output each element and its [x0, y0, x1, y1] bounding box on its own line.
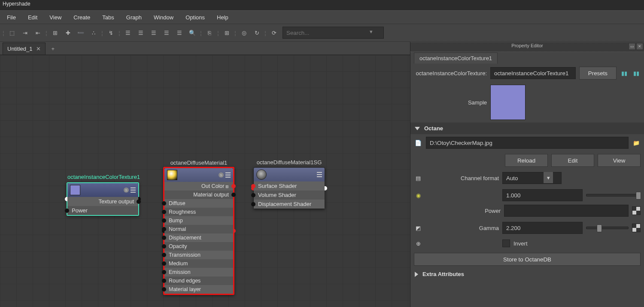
- node-instance-color-texture[interactable]: octaneInstanceColorTexture1 S Texture ou…: [67, 182, 139, 216]
- node-row[interactable]: Texture output: [67, 197, 138, 206]
- file-icon[interactable]: 📄: [414, 138, 422, 147]
- node-row[interactable]: Medium: [164, 259, 233, 268]
- tool-layout4-icon[interactable]: ☰: [161, 27, 173, 39]
- node-shading-group[interactable]: octaneDiffuseMaterial1SG Surface Shader …: [253, 167, 325, 209]
- close-icon[interactable]: ✕: [636, 43, 643, 50]
- node-header[interactable]: [254, 168, 325, 181]
- solo-icon[interactable]: S: [124, 187, 129, 193]
- node-row[interactable]: Material layer: [164, 285, 233, 294]
- tool-frame-in-icon[interactable]: ⇥: [19, 27, 31, 39]
- menu-window[interactable]: Window: [148, 12, 179, 23]
- node-header[interactable]: S: [164, 168, 233, 182]
- invert-checkbox[interactable]: [502, 239, 510, 247]
- port[interactable]: [65, 209, 69, 213]
- store-button[interactable]: Store to OctaneDB: [414, 253, 641, 266]
- menu-icon[interactable]: [317, 172, 322, 177]
- checker-icon[interactable]: [632, 206, 641, 215]
- chevron-down-icon[interactable]: ▾: [544, 172, 553, 183]
- node-row[interactable]: Normal: [164, 225, 233, 233]
- port[interactable]: [162, 244, 166, 249]
- power-value-input[interactable]: [502, 189, 583, 201]
- port[interactable]: [162, 261, 166, 266]
- tool-sync-icon[interactable]: ⟳: [268, 27, 280, 39]
- port[interactable]: [251, 193, 255, 197]
- checker-icon[interactable]: [632, 224, 641, 232]
- port[interactable]: [162, 210, 166, 214]
- show-icon[interactable]: ▮▮: [620, 69, 629, 77]
- node-row[interactable]: Volume Shader: [254, 190, 325, 200]
- node-row[interactable]: Round edges: [164, 276, 233, 285]
- menu-tabs[interactable]: Tabs: [96, 12, 120, 23]
- section-extra[interactable]: Extra Attributes: [410, 268, 644, 280]
- node-row[interactable]: Bump: [164, 216, 233, 225]
- menu-options[interactable]: Options: [179, 12, 211, 23]
- close-icon[interactable]: ✕: [36, 46, 41, 52]
- channel-icon[interactable]: ▤: [414, 174, 422, 182]
- node-row[interactable]: Displacement: [164, 233, 233, 242]
- node-header[interactable]: S: [67, 183, 138, 197]
- node-canvas[interactable]: octaneInstanceColorTexture1 S Texture ou…: [0, 55, 410, 307]
- port[interactable]: [162, 279, 166, 283]
- tool-remove-icon[interactable]: ➖: [75, 27, 87, 39]
- hide-icon[interactable]: ▮▮: [632, 69, 641, 77]
- power-slider[interactable]: [586, 194, 641, 196]
- gamma-slider[interactable]: [586, 227, 629, 229]
- tab-untitled[interactable]: Untitled_1 ✕: [3, 43, 46, 55]
- node-row[interactable]: Power: [67, 206, 138, 215]
- reload-button[interactable]: Reload: [505, 154, 548, 167]
- node-row[interactable]: Displacement Shader: [254, 200, 325, 209]
- node-name-input[interactable]: [490, 67, 576, 79]
- menu-help[interactable]: Help: [211, 12, 234, 23]
- tool-layout1-icon[interactable]: ☰: [122, 27, 134, 39]
- tool-snap-icon[interactable]: ◎: [238, 27, 250, 39]
- invert-icon[interactable]: ⊕: [414, 239, 422, 248]
- add-tab-button[interactable]: +: [46, 43, 61, 55]
- sample-swatch[interactable]: [490, 85, 526, 120]
- tool-search-icon[interactable]: 🔍: [186, 27, 198, 39]
- tool-frame-icon[interactable]: ⬚: [6, 27, 18, 39]
- tool-frame-out-icon[interactable]: ⇤: [32, 27, 44, 39]
- port[interactable]: [162, 218, 166, 223]
- view-button[interactable]: View: [598, 154, 641, 167]
- edit-button[interactable]: Edit: [551, 154, 594, 167]
- port[interactable]: [162, 253, 166, 257]
- property-tab[interactable]: octaneInstanceColorTexture1: [414, 52, 498, 64]
- search-input[interactable]: [283, 27, 384, 39]
- gamma-value-input[interactable]: [502, 222, 583, 234]
- menu-edit[interactable]: Edit: [22, 12, 43, 23]
- port[interactable]: [251, 184, 255, 188]
- node-row[interactable]: Roughness: [164, 208, 233, 216]
- port[interactable]: [231, 184, 236, 188]
- filepath-input[interactable]: [426, 137, 629, 149]
- node-row[interactable]: Emission: [164, 268, 233, 276]
- solo-icon[interactable]: S: [219, 172, 224, 178]
- menu-view[interactable]: View: [43, 12, 67, 23]
- tool-add-icon[interactable]: ✚: [62, 27, 74, 39]
- node-row[interactable]: Surface Shader: [254, 181, 325, 190]
- node-row[interactable]: Material output: [164, 190, 233, 199]
- menu-file[interactable]: File: [1, 12, 22, 23]
- folder-icon[interactable]: 📁: [632, 138, 641, 147]
- presets-button[interactable]: Presets: [579, 67, 617, 80]
- section-octane[interactable]: Octane: [410, 123, 644, 134]
- port[interactable]: [162, 227, 166, 231]
- tool-layout3-icon[interactable]: ☰: [148, 27, 160, 39]
- power-color-input[interactable]: [504, 205, 629, 217]
- node-diffuse-material[interactable]: octaneDiffuseMaterial1 S Out Color ⊞ Mat…: [163, 167, 234, 295]
- port[interactable]: [162, 236, 166, 240]
- gamma-icon[interactable]: ◩: [414, 224, 422, 232]
- menu-icon[interactable]: [225, 172, 231, 178]
- undock-icon[interactable]: ▭: [629, 43, 635, 50]
- port[interactable]: [162, 287, 166, 292]
- menu-graph[interactable]: Graph: [120, 12, 148, 23]
- node-row[interactable]: Out Color ⊞: [164, 182, 233, 190]
- port[interactable]: [251, 202, 255, 206]
- tool-layout2-icon[interactable]: ☰: [135, 27, 147, 39]
- tool-connect-icon[interactable]: ↯: [105, 27, 117, 39]
- port[interactable]: [231, 193, 236, 197]
- tool-select-icon[interactable]: ⊞: [49, 27, 61, 39]
- node-row[interactable]: Diffuse: [164, 199, 233, 208]
- tool-tag-icon[interactable]: ⎘: [204, 27, 216, 39]
- node-row[interactable]: Transmission: [164, 251, 233, 259]
- menu-icon[interactable]: [131, 187, 136, 193]
